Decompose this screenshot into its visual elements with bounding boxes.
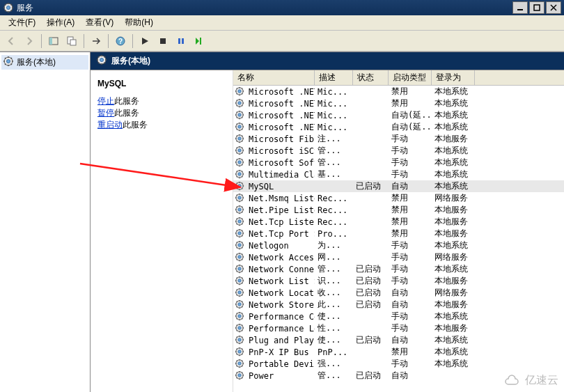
close-button[interactable] [546, 1, 561, 14]
cell-startup: 禁用 [389, 86, 432, 97]
cell-name: Microsoft .NET... [246, 111, 315, 120]
cell-logon: 本地系统 [432, 180, 475, 192]
gear-icon [235, 299, 246, 311]
menubar: 文件(F) 操作(A) 查看(V) 帮助(H) [0, 15, 564, 31]
service-row[interactable]: Microsoft .NET...Mic...禁用本地系统 [233, 86, 564, 97]
pause-service-link[interactable]: 暂停 [97, 107, 114, 119]
service-row[interactable]: Network Store ...此...已启动自动本地服务 [233, 299, 564, 311]
gear-icon [235, 311, 246, 322]
restart-suffix: 此服务 [123, 120, 148, 130]
gear-icon [235, 146, 246, 157]
minimize-button[interactable] [512, 1, 528, 14]
service-row[interactable]: Performance Co...使...手动本地系统 [233, 311, 564, 322]
list-rows[interactable]: Microsoft .NET...Mic...禁用本地系统Microsoft .… [233, 86, 564, 392]
svg-rect-17 [70, 40, 76, 45]
help-button[interactable]: ? [112, 33, 129, 49]
service-row[interactable]: Network Connec...管...已启动手动本地系统 [233, 263, 564, 275]
service-row[interactable]: Plug and Play使...已启动自动本地系统 [233, 334, 564, 346]
properties-button[interactable] [63, 33, 80, 49]
cell-logon: 本地服务 [432, 204, 475, 216]
cell-startup: 自动 [389, 287, 432, 299]
cell-status: 已启动 [353, 180, 389, 192]
col-startup[interactable]: 启动类型 [389, 70, 432, 85]
col-desc[interactable]: 描述 [315, 70, 353, 85]
content-panel: 服务(本地) MySQL 停止此服务 暂停此服务 重启动此服务 名称 描述 状态… [91, 52, 564, 392]
cell-desc: Rec... [315, 194, 353, 203]
svg-rect-22 [178, 38, 180, 44]
service-row[interactable]: Microsoft Soft...管...手动本地系统 [233, 157, 564, 168]
restart-service-link[interactable]: 重启动 [97, 118, 123, 131]
gear-icon [235, 335, 246, 346]
service-row[interactable]: Microsoft Fibr...注...手动本地服务 [233, 133, 564, 145]
service-row[interactable]: Network Access...网...手动网络服务 [233, 251, 564, 263]
gear-icon [235, 86, 246, 97]
cell-startup: 手动 [389, 263, 432, 275]
service-row[interactable]: Microsoft .NET...Mic...自动(延...本地系统 [233, 121, 564, 133]
start-service-button[interactable] [136, 33, 153, 49]
col-status[interactable]: 状态 [353, 70, 389, 85]
restart-service-button[interactable] [191, 33, 207, 49]
cell-desc: 性... [315, 322, 353, 334]
svg-rect-15 [49, 38, 52, 45]
cell-name: PnP-X IP Bus E... [246, 347, 315, 357]
service-row[interactable]: Net.Msmq Liste...Rec...禁用网络服务 [233, 192, 564, 204]
maximize-button[interactable] [529, 1, 545, 14]
forward-button[interactable] [21, 33, 38, 49]
service-row[interactable]: Net.Tcp Listen...Rec...禁用本地服务 [233, 216, 564, 228]
cell-logon: 本地系统 [432, 358, 475, 370]
pause-service-button[interactable] [173, 33, 189, 49]
cell-logon: 本地系统 [432, 109, 475, 121]
cell-startup: 手动 [389, 311, 432, 322]
col-name[interactable]: 名称 [233, 70, 315, 85]
cell-startup: 手动 [389, 133, 432, 145]
cell-name: Portable Devic... [246, 359, 315, 369]
service-row[interactable]: MySQL已启动自动本地系统 [233, 180, 564, 192]
service-row[interactable]: Microsoft .NET...Mic...禁用本地系统 [233, 97, 564, 109]
service-row[interactable]: Performance Lo...性...手动本地服务 [233, 322, 564, 334]
svg-rect-23 [182, 38, 184, 44]
cell-name: Net.Msmq Liste... [246, 194, 315, 203]
cell-name: Microsoft iSCS... [246, 146, 315, 156]
cell-status: 已启动 [353, 287, 389, 299]
service-row[interactable]: Microsoft iSCS...管...手动本地系统 [233, 145, 564, 157]
stop-service-link[interactable]: 停止 [97, 95, 114, 107]
menu-help[interactable]: 帮助(H) [119, 15, 159, 30]
export-button[interactable] [88, 33, 104, 49]
gear-icon [235, 264, 246, 275]
tree-root-services[interactable]: 服务(本地) [1, 55, 88, 70]
service-row[interactable]: Power管...已启动自动 [233, 370, 564, 382]
separator [41, 34, 42, 48]
col-logon[interactable]: 登录为 [432, 70, 475, 85]
service-row[interactable]: Net.Tcp Port S...Pro...禁用本地服务 [233, 228, 564, 240]
cell-desc: 基... [315, 168, 353, 180]
service-row[interactable]: Net.Pipe Liste...Rec...禁用本地服务 [233, 204, 564, 216]
cell-logon: 本地系统 [432, 145, 475, 157]
cell-startup: 禁用 [389, 192, 432, 204]
cell-desc: 此... [315, 299, 353, 311]
gear-icon [235, 370, 246, 382]
cell-startup: 自动 [389, 370, 432, 382]
menu-action[interactable]: 操作(A) [41, 15, 80, 30]
service-row[interactable]: PnP-X IP Bus E...PnP...禁用本地系统 [233, 346, 564, 358]
service-row[interactable]: Network List S...识...已启动手动本地服务 [233, 275, 564, 287]
gear-icon [235, 169, 246, 180]
service-row[interactable]: Multimedia Cla...基...手动本地系统 [233, 168, 564, 180]
task-restart-line: 重启动此服务 [97, 119, 226, 131]
show-hide-tree-button[interactable] [45, 33, 62, 49]
cell-startup: 禁用 [389, 228, 432, 240]
cell-startup: 自动 [389, 180, 432, 192]
cell-startup: 手动 [389, 240, 432, 251]
service-row[interactable]: Microsoft .NET...Mic...自动(延...本地系统 [233, 109, 564, 121]
menu-view[interactable]: 查看(V) [80, 15, 119, 30]
service-row[interactable]: Portable Devic...强...手动本地系统 [233, 358, 564, 370]
back-button[interactable] [3, 33, 19, 49]
cell-startup: 手动 [389, 251, 432, 263]
gear-icon [235, 122, 246, 133]
cell-name: Network Locati... [246, 288, 315, 298]
svg-rect-25 [200, 38, 201, 45]
service-row[interactable]: Network Locati...收...已启动自动网络服务 [233, 287, 564, 299]
service-row[interactable]: Netlogon为...手动本地系统 [233, 240, 564, 251]
gear-icon [235, 347, 246, 358]
stop-service-button[interactable] [155, 33, 171, 49]
menu-file[interactable]: 文件(F) [3, 15, 41, 30]
